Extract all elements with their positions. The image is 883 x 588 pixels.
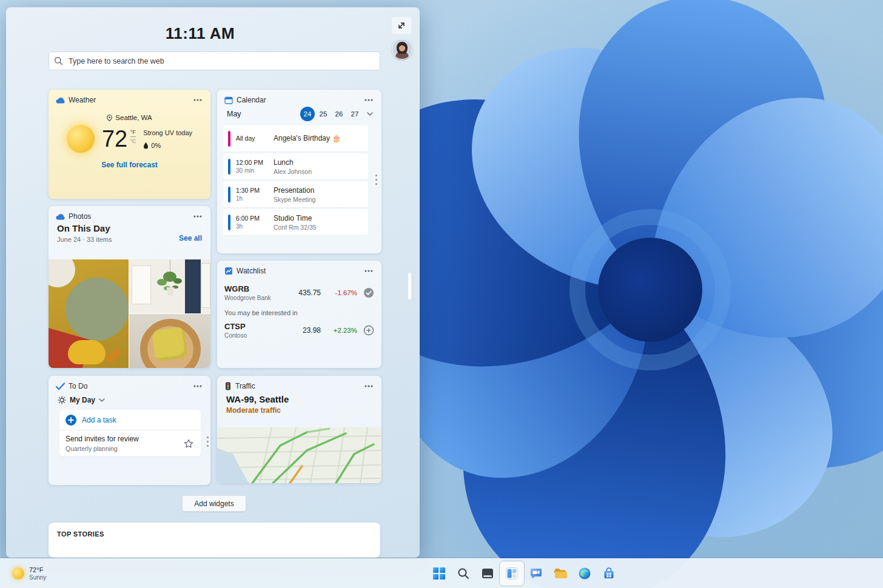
chat-button[interactable] [524, 561, 548, 586]
add-task-button[interactable]: Add a task [59, 410, 201, 430]
unit-celsius[interactable]: °C [130, 137, 136, 144]
calendar-day-25[interactable]: 25 [316, 107, 331, 121]
widget-title: Photos [69, 212, 91, 221]
calendar-day-26[interactable]: 26 [332, 107, 346, 121]
event-subtitle: Conf Rm 32/35 [274, 224, 317, 231]
stock-change: +2.23% [326, 327, 357, 334]
stock-name: Contoso [224, 332, 247, 339]
widgets-button[interactable] [500, 561, 524, 586]
event-title: Angela's Birthday 🎂 [274, 134, 341, 142]
droplet-icon [143, 142, 149, 149]
widget-title: To Do [69, 382, 87, 390]
event-duration: 1h [236, 195, 271, 202]
see-all-link[interactable]: See all [179, 234, 202, 243]
calendar-event[interactable]: 1:30 PM 1h Presentation Skype Meeting [223, 181, 368, 207]
more-options-button[interactable] [192, 96, 203, 104]
watchlist-added-button[interactable] [363, 287, 374, 298]
event-subtitle: Alex Johnson [274, 168, 312, 175]
ellipsis-icon [193, 99, 202, 101]
windows-start-icon [432, 567, 446, 580]
calendar-event[interactable]: 12:00 PM 30 min Lunch Alex Johnson [223, 153, 368, 179]
search-icon [54, 56, 63, 65]
watchlist-widget: Watchlist WGRB Woodgrove Bank 435.75 -1.… [217, 261, 381, 368]
calendar-month: May [227, 110, 241, 118]
widget-title: Traffic [235, 382, 255, 390]
taskbar-search-button[interactable] [451, 561, 475, 586]
photo-thumbnail[interactable] [129, 314, 210, 368]
chevron-down-icon [99, 398, 105, 402]
todo-page-dots[interactable] [207, 436, 209, 447]
traffic-condition: Moderate traffic [226, 406, 381, 415]
folder-icon [554, 567, 567, 580]
add-widgets-button[interactable]: Add widgets [182, 495, 246, 512]
taskbar-weather-condition: Sunny [29, 574, 46, 581]
traffic-route: WA-99, Seattle [226, 394, 381, 404]
more-options-button[interactable] [363, 96, 374, 104]
calendar-event[interactable]: 6:00 PM 3h Studio Time Conf Rm 32/35 [223, 209, 368, 235]
search-input[interactable] [49, 52, 380, 70]
widgets-icon [505, 567, 519, 580]
file-explorer-button[interactable] [548, 561, 572, 586]
my-day-sun-icon [58, 396, 66, 404]
add-task-label: Add a task [82, 416, 116, 424]
top-stories-card[interactable]: TOP STORIES [49, 523, 380, 558]
map-image [217, 427, 381, 483]
photo-thumbnail[interactable] [129, 259, 210, 313]
event-duration: 3h [236, 223, 271, 230]
taskbar-weather-button[interactable]: 72°F Sunny [8, 562, 50, 585]
traffic-map[interactable] [217, 427, 381, 483]
todo-list-selector[interactable]: My Day [58, 396, 210, 404]
calendar-day-24[interactable]: 24 [300, 107, 315, 121]
see-full-forecast-link[interactable]: See full forecast [49, 161, 210, 169]
weather-condition: Strong UV today [143, 129, 192, 136]
calendar-expand-button[interactable] [364, 110, 375, 118]
watchlist-add-button[interactable] [363, 325, 374, 336]
more-options-button[interactable] [363, 383, 374, 390]
calendar-widget: Calendar May 24 25 26 27 [217, 90, 381, 253]
calendar-day-27[interactable]: 27 [347, 107, 362, 121]
expand-panel-button[interactable] [392, 17, 411, 34]
precipitation-value: 0% [151, 142, 161, 149]
photos-heading: On This Day [57, 223, 112, 233]
stock-name: Woodgrove Bank [224, 295, 271, 301]
taskbar: 72°F Sunny [0, 558, 883, 588]
calendar-page-dots[interactable] [375, 175, 377, 185]
start-button[interactable] [427, 561, 451, 586]
unit-fahrenheit[interactable]: °F [130, 129, 136, 137]
more-options-button[interactable] [192, 383, 203, 390]
add-task-plus-icon [65, 415, 76, 426]
photos-widget: Photos On This Day June 24 · 33 items Se… [49, 206, 210, 368]
more-options-button[interactable] [192, 213, 203, 220]
weather-location-row[interactable]: Seattle, WA [49, 114, 210, 121]
stock-row[interactable]: WGRB Woodgrove Bank 435.75 -1.67% [217, 284, 381, 301]
weather-location: Seattle, WA [115, 114, 152, 121]
microsoft-store-button[interactable] [597, 561, 621, 586]
stock-row[interactable]: CTSP Contoso 23.98 +2.23% [217, 322, 381, 339]
task-title: Send invites for review [65, 435, 139, 443]
cloud-icon [56, 213, 65, 220]
dark-window-icon [481, 567, 494, 580]
task-view-button[interactable] [475, 561, 500, 586]
cloud-icon [56, 97, 65, 104]
task-subtitle: Quarterly planning [65, 445, 139, 452]
more-options-button[interactable] [363, 267, 374, 275]
edge-browser-button[interactable] [572, 561, 597, 586]
calendar-event[interactable]: All day Angela's Birthday 🎂 [223, 125, 368, 152]
photo-thumbnail[interactable] [49, 259, 129, 368]
ellipsis-icon [193, 385, 202, 387]
sun-icon [12, 567, 24, 580]
location-pin-icon [107, 115, 112, 121]
weather-widget: Weather Seattle, WA 72 °F °C [49, 90, 210, 199]
sun-icon [67, 125, 95, 153]
ellipsis-icon [364, 270, 373, 272]
store-icon [602, 567, 616, 580]
taskbar-icon-group [427, 561, 621, 586]
event-time: All day [236, 135, 271, 142]
task-star-button[interactable] [183, 438, 195, 450]
event-time: 12:00 PM [236, 159, 271, 166]
user-avatar[interactable] [392, 39, 412, 59]
widget-title: Calendar [237, 96, 266, 104]
panel-scrollbar[interactable] [408, 273, 411, 299]
temperature-value: 72 [102, 127, 127, 150]
task-row[interactable]: Send invites for review Quarterly planni… [59, 430, 201, 456]
